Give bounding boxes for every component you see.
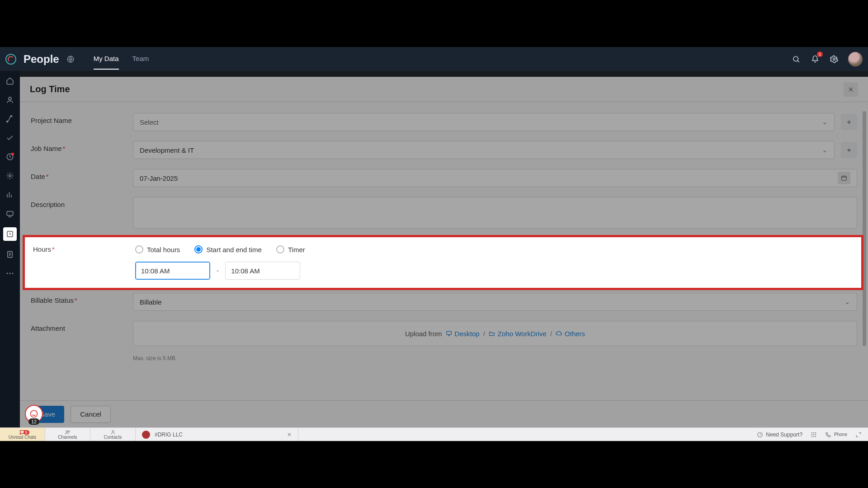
gear-icon[interactable] — [829, 54, 839, 64]
sidebar — [0, 71, 20, 427]
search-icon[interactable] — [791, 54, 801, 64]
attachment-hint: Max. size is 5 MB — [133, 355, 857, 361]
svg-point-18 — [68, 431, 70, 432]
sidebar-timesheet-icon[interactable] — [3, 227, 17, 241]
add-job-button[interactable]: ＋ — [841, 142, 857, 158]
sidebar-clock-icon[interactable] — [5, 151, 15, 162]
svg-point-29 — [815, 436, 816, 436]
start-time-input[interactable] — [135, 262, 210, 280]
svg-point-11 — [7, 273, 8, 274]
svg-point-7 — [9, 175, 11, 177]
svg-point-17 — [66, 431, 67, 432]
chat-count-badge: 12 — [28, 418, 39, 425]
sidebar-chart-icon[interactable] — [5, 189, 15, 200]
chevron-down-icon: ⌄ — [822, 118, 828, 126]
sidebar-doc-icon[interactable] — [5, 249, 15, 260]
bell-icon[interactable]: 1 — [810, 54, 820, 64]
project-name-select[interactable]: Select ⌄ — [133, 113, 835, 131]
log-time-panel: Log Time Project Name Select ⌄ ＋ — [20, 77, 868, 427]
hours-section-highlight: Hours* Total hours Start and end time — [23, 235, 863, 290]
svg-rect-14 — [842, 176, 847, 180]
svg-point-1 — [793, 56, 798, 61]
svg-point-28 — [813, 436, 814, 436]
label-project-name: Project Name — [31, 113, 133, 124]
chat-avatar-icon — [142, 431, 150, 439]
bottombar: 9 Unread Chats Channels Contacts #DRIG L… — [0, 427, 868, 441]
svg-point-24 — [811, 434, 812, 435]
sidebar-more-icon[interactable] — [5, 268, 15, 279]
svg-point-23 — [815, 432, 816, 433]
end-time-input[interactable] — [225, 262, 300, 280]
job-name-select[interactable]: Development & IT ⌄ — [133, 141, 835, 159]
label-job-name: Job Name* — [31, 141, 133, 152]
close-icon[interactable] — [844, 82, 858, 97]
apps-grid-icon[interactable] — [811, 432, 817, 438]
close-chat-icon[interactable]: ✕ — [287, 432, 292, 438]
label-date: Date* — [31, 169, 133, 180]
label-billable: Billable Status* — [31, 293, 133, 304]
svg-point-21 — [811, 432, 812, 433]
svg-point-26 — [815, 434, 816, 435]
job-name-value: Development & IT — [140, 146, 194, 154]
nav-tabs: My Data Team — [94, 48, 149, 70]
upload-workdrive-link[interactable]: Zoho WorkDrive — [489, 330, 547, 338]
time-separator: - — [217, 267, 219, 275]
svg-point-12 — [9, 273, 11, 274]
sidebar-message-icon[interactable] — [5, 208, 15, 219]
svg-point-22 — [813, 432, 814, 433]
topbar: People My Data Team 1 — [0, 47, 868, 71]
bottom-channels[interactable]: Channels — [45, 428, 90, 441]
label-description: Description — [31, 197, 133, 208]
svg-point-16 — [31, 411, 38, 418]
add-project-button[interactable]: ＋ — [841, 114, 857, 130]
label-attachment: Attachment — [31, 321, 133, 332]
app-logo-icon — [5, 54, 16, 65]
bottom-open-chat[interactable]: #DRIG LLC ✕ — [136, 428, 298, 441]
expand-icon[interactable] — [855, 432, 862, 438]
radio-total-hours[interactable]: Total hours — [135, 245, 180, 253]
notification-badge: 1 — [817, 52, 823, 57]
bottom-contacts[interactable]: Contacts — [90, 428, 136, 441]
sidebar-home-icon[interactable] — [5, 75, 15, 86]
svg-rect-8 — [7, 211, 13, 216]
upload-others-link[interactable]: Others — [556, 330, 585, 338]
avatar[interactable] — [848, 52, 863, 66]
svg-point-19 — [112, 431, 114, 432]
chat-bubble-button[interactable]: 12 — [25, 405, 43, 423]
attachment-upload-box[interactable]: Upload from Desktop / Zoho WorkDrive / — [133, 321, 857, 346]
svg-point-13 — [12, 273, 14, 274]
app-title: People — [24, 53, 59, 66]
date-input[interactable]: 07-Jan-2025 — [133, 169, 857, 187]
chevron-down-icon: ⌄ — [844, 298, 850, 306]
svg-rect-15 — [446, 331, 451, 334]
description-textarea[interactable] — [133, 197, 857, 229]
tab-team[interactable]: Team — [132, 48, 149, 70]
need-support-button[interactable]: Need Support? — [757, 432, 802, 438]
label-hours: Hours* — [33, 245, 135, 253]
billable-select[interactable]: Billable ⌄ — [133, 293, 857, 311]
bottom-unread-chats[interactable]: 9 Unread Chats — [0, 428, 45, 441]
svg-point-2 — [833, 58, 835, 60]
calendar-icon[interactable] — [838, 172, 850, 184]
project-name-value: Select — [140, 118, 159, 126]
svg-point-3 — [9, 97, 11, 100]
sidebar-route-icon[interactable] — [5, 113, 15, 124]
sidebar-check-icon[interactable] — [5, 132, 15, 143]
radio-timer[interactable]: Timer — [276, 245, 305, 253]
billable-value: Billable — [140, 298, 161, 306]
tab-my-data[interactable]: My Data — [94, 48, 119, 70]
sidebar-people-icon[interactable] — [5, 94, 15, 105]
chevron-down-icon: ⌄ — [822, 146, 828, 154]
cancel-button[interactable]: Cancel — [71, 406, 111, 423]
svg-point-25 — [813, 434, 814, 435]
sidebar-gear-icon[interactable] — [5, 170, 15, 181]
date-value: 07-Jan-2025 — [140, 174, 178, 182]
upload-desktop-link[interactable]: Desktop — [446, 330, 480, 338]
radio-start-end[interactable]: Start and end time — [194, 245, 262, 253]
panel-title: Log Time — [30, 84, 70, 94]
svg-point-27 — [811, 436, 812, 436]
main-area: Log Time Project Name Select ⌄ ＋ — [20, 71, 868, 427]
globe-icon[interactable] — [66, 54, 75, 64]
phone-button[interactable]: Phone — [825, 432, 847, 438]
